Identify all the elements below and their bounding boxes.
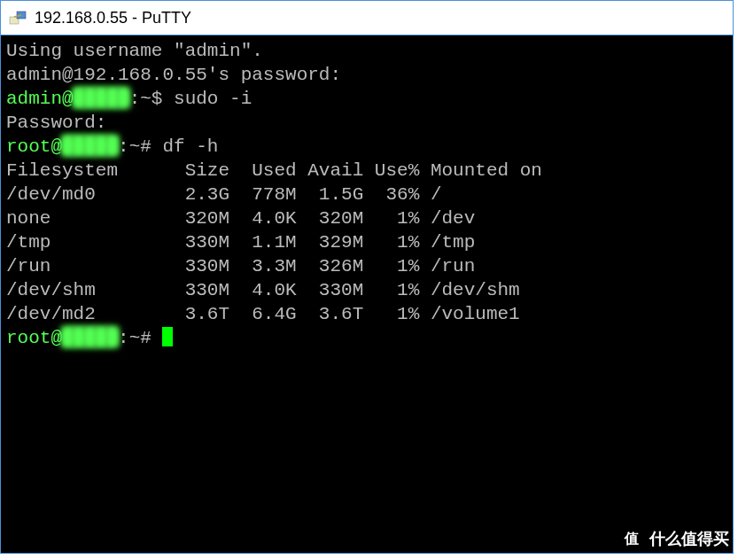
- prompt-path: :~$: [129, 89, 174, 109]
- df-row: /dev/shm 330M 4.0K 330M 1% /dev/shm: [6, 278, 727, 302]
- terminal-line: Password:: [6, 111, 727, 135]
- command: df -h: [162, 136, 218, 157]
- terminal-line: admin@192.168.0.55's password:: [6, 63, 727, 87]
- df-header: Filesystem Size Used Avail Use% Mounted …: [6, 159, 727, 183]
- prompt-line: admin@█████:~$ sudo -i: [6, 87, 727, 111]
- watermark-text: 什么值得买: [649, 528, 729, 549]
- watermark: 值 什么值得买: [619, 526, 729, 551]
- df-row: none 320M 4.0K 320M 1% /dev: [6, 206, 727, 230]
- prompt-path: :~#: [118, 136, 162, 157]
- putty-icon: [8, 8, 27, 27]
- window-title: 192.168.0.55 - PuTTY: [35, 9, 191, 27]
- terminal-line: Using username "admin".: [6, 39, 727, 63]
- prompt-line: root@█████:~# df -h: [6, 135, 727, 159]
- prompt-user: admin@: [6, 89, 74, 109]
- df-row: /dev/md2 3.6T 6.4G 3.6T 1% /volume1: [6, 302, 727, 326]
- prompt-line: root@█████:~#: [6, 326, 727, 350]
- df-row: /run 330M 3.3M 326M 1% /run: [6, 254, 727, 278]
- prompt-path: :~#: [118, 328, 162, 348]
- titlebar[interactable]: 192.168.0.55 - PuTTY: [1, 1, 733, 35]
- prompt-user: root@: [6, 136, 62, 157]
- df-row: /tmp 330M 1.1M 329M 1% /tmp: [6, 230, 727, 254]
- prompt-user: root@: [6, 328, 62, 348]
- df-row: /dev/md0 2.3G 778M 1.5G 36% /: [6, 183, 727, 206]
- prompt-host-masked: █████: [62, 136, 118, 157]
- command: sudo -i: [174, 89, 252, 109]
- cursor: [162, 327, 173, 346]
- putty-window: 192.168.0.55 - PuTTY Using username "adm…: [0, 0, 734, 554]
- prompt-host-masked: █████: [74, 89, 129, 109]
- terminal[interactable]: Using username "admin".admin@192.168.0.5…: [1, 35, 733, 553]
- watermark-badge-icon: 值: [619, 526, 644, 551]
- prompt-host-masked: █████: [62, 328, 118, 348]
